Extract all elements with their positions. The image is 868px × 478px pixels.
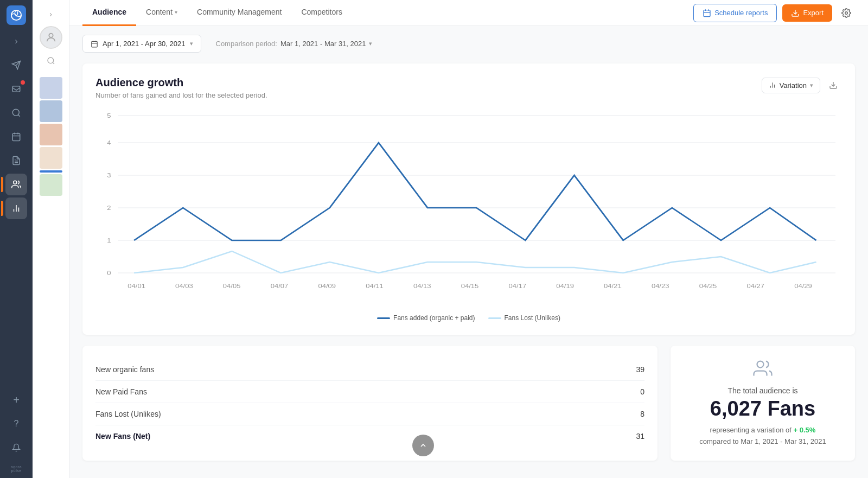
svg-text:0: 0 (107, 270, 111, 277)
stat-lost-label: Fans Lost (Unlikes) (95, 410, 161, 418)
tab-content[interactable]: Content ▾ (136, 0, 187, 26)
stat-organic-value: 39 (636, 365, 644, 374)
comparison-range-value: Mar 1, 2021 - Mar 31, 2021 (280, 40, 366, 48)
date-range-picker[interactable]: Apr 1, 2021 - Apr 30, 2021 ▾ (82, 35, 201, 53)
svg-text:3: 3 (107, 172, 111, 179)
chart-header: Audience growth Number of fans gained an… (95, 77, 842, 99)
stats-section: New organic fans 39 New Paid Fans 0 Fans… (82, 346, 855, 461)
sidebar-item-analytics[interactable] (5, 102, 27, 124)
svg-line-5 (18, 114, 20, 116)
filter-bar: Apr 1, 2021 - Apr 30, 2021 ▾ Comparison … (82, 35, 855, 53)
sidebar-item-add[interactable]: + (5, 389, 27, 411)
brand-logo: agorapulse (11, 465, 22, 473)
sidebar-item-users[interactable] (5, 174, 27, 195)
comparison-arrow: ▾ (369, 40, 372, 47)
sidebar-item-notifications[interactable] (5, 437, 27, 458)
legend-fans-added-line (377, 317, 390, 319)
sidebar-item-help[interactable]: ? (5, 413, 27, 435)
total-audience-icon (753, 359, 773, 382)
svg-text:04/11: 04/11 (366, 283, 384, 290)
svg-rect-19 (704, 10, 710, 16)
svg-point-24 (845, 11, 848, 14)
svg-text:04/21: 04/21 (604, 283, 622, 290)
chart-legend: Fans added (organic + paid) Fans Lost (U… (95, 314, 842, 322)
variation-arrow: ▾ (810, 82, 813, 89)
svg-text:04/25: 04/25 (699, 283, 717, 290)
legend-fans-added-label: Fans added (organic + paid) (393, 314, 475, 322)
chart-title: Audience growth (95, 77, 267, 89)
settings-button[interactable] (838, 4, 855, 22)
export-button[interactable]: Export (782, 4, 832, 22)
svg-text:2: 2 (107, 205, 111, 212)
sidebar-item-calendar1[interactable] (5, 126, 27, 148)
svg-point-4 (12, 109, 19, 116)
stats-table: New organic fans 39 New Paid Fans 0 Fans… (82, 346, 658, 461)
chart-svg-wrapper: .grid-line { stroke: #e8eaed; stroke-wid… (95, 110, 842, 308)
profile-block-3[interactable] (40, 124, 62, 145)
svg-text:04/23: 04/23 (652, 283, 669, 290)
svg-text:04/07: 04/07 (271, 283, 289, 290)
schedule-reports-label: Schedule reports (714, 9, 768, 17)
chart-controls: Variation ▾ (762, 77, 842, 94)
profile-avatar[interactable] (40, 26, 62, 49)
expand-button[interactable]: › (43, 7, 59, 22)
sidebar-item-calendar2[interactable] (5, 150, 27, 171)
date-picker-arrow: ▾ (190, 40, 193, 47)
content-dropdown-icon: ▾ (175, 9, 177, 15)
active-indicator (40, 170, 62, 173)
profile-blocks (40, 77, 62, 196)
svg-rect-25 (92, 41, 98, 47)
total-audience-label: The total audience is (727, 386, 797, 395)
svg-point-17 (48, 58, 54, 63)
legend-fans-lost-line (488, 317, 501, 319)
audience-growth-card: Audience growth Number of fans gained an… (82, 63, 855, 335)
svg-text:04/03: 04/03 (175, 283, 193, 290)
tab-audience[interactable]: Audience (82, 0, 136, 26)
legend-fans-added: Fans added (organic + paid) (377, 314, 475, 322)
svg-point-16 (49, 34, 53, 37)
schedule-reports-button[interactable]: Schedule reports (693, 4, 777, 22)
stat-row-net: New Fans (Net) 31 (95, 425, 644, 447)
main-content: Audience Content ▾ Community Management … (69, 0, 868, 478)
stat-lost-value: 8 (640, 410, 644, 418)
tab-competitors[interactable]: Competitors (291, 0, 352, 26)
profile-block-5[interactable] (40, 174, 62, 196)
sidebar-item-send[interactable] (5, 54, 27, 76)
total-variation: + 0.5% (794, 426, 816, 434)
sidebar-item-reports[interactable] (5, 197, 27, 219)
content-area: Apr 1, 2021 - Apr 30, 2021 ▾ Comparison … (69, 26, 868, 478)
stat-net-label: New Fans (Net) (95, 432, 150, 441)
panel-search[interactable] (43, 53, 59, 68)
export-label: Export (803, 9, 824, 17)
total-audience-number: 6,027 Fans (710, 397, 815, 420)
variation-label: Variation (780, 81, 807, 90)
svg-rect-6 (12, 133, 20, 141)
total-desc-before: representing a variation of (710, 426, 792, 434)
stat-row-organic: New organic fans 39 (95, 359, 644, 381)
svg-text:1: 1 (107, 237, 111, 244)
profile-block-1[interactable] (40, 77, 62, 99)
svg-point-60 (757, 361, 764, 368)
inbox-badge (21, 80, 25, 85)
profile-block-2[interactable] (40, 100, 62, 122)
comparison-period[interactable]: Comparison period: Mar 1, 2021 - Mar 31,… (208, 35, 381, 53)
chart-title-block: Audience growth Number of fans gained an… (95, 77, 267, 99)
profile-block-4[interactable] (40, 147, 62, 169)
sidebar-logo[interactable] (7, 5, 26, 25)
sidebar: › + ? agorapulse (0, 0, 33, 478)
total-audience-desc: representing a variation of + 0.5% compa… (699, 425, 826, 448)
left-panel: › (33, 0, 69, 478)
sidebar-bottom: + ? agorapulse (5, 389, 27, 473)
sidebar-item-expand[interactable]: › (5, 30, 27, 52)
fans-added-line (134, 143, 816, 240)
chart-download-button[interactable] (825, 77, 842, 94)
svg-text:04/09: 04/09 (318, 283, 336, 290)
tab-community[interactable]: Community Management (187, 0, 291, 26)
total-desc-after: compared to Mar 1, 2021 - Mar 31, 2021 (699, 437, 826, 445)
sidebar-item-inbox[interactable] (5, 78, 27, 100)
scroll-to-top-button[interactable] (412, 435, 434, 456)
fans-lost-line (134, 251, 816, 273)
variation-dropdown[interactable]: Variation ▾ (762, 78, 820, 93)
svg-text:04/13: 04/13 (413, 283, 431, 290)
stat-paid-value: 0 (640, 387, 644, 396)
